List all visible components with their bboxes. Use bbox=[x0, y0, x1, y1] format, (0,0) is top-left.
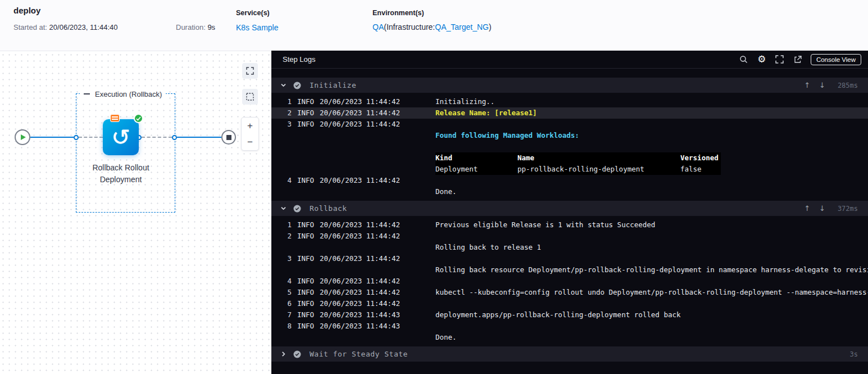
log-message bbox=[435, 298, 868, 309]
log-level: INFO bbox=[294, 309, 320, 321]
section-duration: 3s bbox=[834, 350, 858, 358]
line-number: 3 bbox=[271, 119, 294, 130]
log-level: INFO bbox=[294, 298, 320, 309]
log-level: INFO bbox=[294, 175, 320, 186]
log-timestamp: 20/06/2023 11:44:42 bbox=[320, 219, 435, 231]
log-message bbox=[435, 321, 868, 332]
service-link[interactable]: K8s Sample bbox=[236, 23, 278, 32]
console-view-button[interactable]: Console View bbox=[811, 54, 861, 65]
connector-line bbox=[30, 137, 74, 138]
status-success-icon bbox=[293, 82, 301, 89]
log-level: INFO bbox=[294, 287, 320, 298]
zoom-in-button[interactable]: + bbox=[242, 118, 258, 134]
log-message: KindNameVersioned bbox=[435, 152, 868, 164]
log-message bbox=[435, 119, 868, 130]
log-level: INFO bbox=[294, 321, 320, 332]
canvas-select-button[interactable] bbox=[242, 89, 258, 105]
line-number bbox=[271, 242, 294, 253]
log-level: INFO bbox=[294, 231, 320, 242]
connector-line bbox=[177, 137, 221, 138]
pipeline-end-node[interactable] bbox=[221, 130, 236, 145]
log-timestamp bbox=[320, 242, 435, 253]
collapse-minus-icon[interactable] bbox=[84, 93, 90, 94]
line-number bbox=[271, 152, 294, 164]
connector-port bbox=[74, 135, 79, 140]
section-header-initialize[interactable]: Initialize↑↓285ms bbox=[271, 78, 868, 93]
line-number: 8 bbox=[271, 321, 294, 332]
log-message bbox=[435, 175, 868, 186]
rollback-step-node[interactable]: ↺ bbox=[103, 119, 139, 155]
open-in-new-icon[interactable] bbox=[792, 53, 804, 66]
chevron-right-icon[interactable] bbox=[280, 351, 287, 357]
scroll-to-top-icon[interactable]: ↑ bbox=[804, 205, 810, 212]
log-section-wait-for-steady-state: Wait for Steady State3s bbox=[271, 346, 868, 362]
workload-table-cell: Kind bbox=[435, 152, 517, 164]
log-message bbox=[435, 141, 868, 152]
scroll-to-bottom-icon[interactable]: ↓ bbox=[819, 82, 825, 89]
scroll-to-top-icon[interactable]: ↑ bbox=[804, 82, 810, 89]
execution-summary: deploy Started at: 20/06/2023, 11:44:40 … bbox=[13, 6, 236, 51]
log-row: 3INFO20/06/2023 11:44:42 bbox=[271, 253, 868, 264]
section-header-wait-for-steady-state[interactable]: Wait for Steady State3s bbox=[271, 346, 868, 362]
log-message: Found following Managed Workloads: bbox=[435, 130, 868, 141]
status-success-icon bbox=[293, 205, 301, 213]
infrastructure-suffix: ) bbox=[489, 22, 492, 31]
line-number bbox=[271, 264, 294, 276]
chevron-down-icon[interactable] bbox=[280, 82, 287, 88]
log-level: INFO bbox=[294, 253, 320, 264]
line-number: 1 bbox=[271, 96, 294, 107]
log-level bbox=[294, 186, 320, 197]
gear-icon[interactable]: ⚙ bbox=[756, 53, 768, 66]
log-level: INFO bbox=[294, 119, 320, 130]
pipeline-canvas[interactable]: Execution (Rollback) ↺ Rollback Rollout … bbox=[0, 52, 271, 374]
log-timestamp: 20/06/2023 11:44:42 bbox=[320, 298, 435, 309]
execution-header: deploy Started at: 20/06/2023, 11:44:40 … bbox=[0, 0, 868, 51]
line-number: 5 bbox=[271, 287, 294, 298]
chevron-down-icon[interactable] bbox=[280, 205, 287, 211]
section-title: Initialize bbox=[310, 81, 356, 89]
pipeline-start-node[interactable] bbox=[15, 129, 30, 145]
log-row: 2INFO20/06/2023 11:44:42 bbox=[271, 231, 868, 242]
line-number: 4 bbox=[271, 175, 294, 186]
log-row bbox=[271, 141, 868, 152]
duration: Duration: 9s bbox=[176, 23, 215, 31]
log-message: Done. bbox=[435, 186, 868, 197]
section-title: Rollback bbox=[310, 204, 347, 213]
play-icon bbox=[21, 134, 26, 140]
workload-table-cell: Name bbox=[517, 152, 680, 164]
log-row: 4INFO20/06/2023 11:44:42 bbox=[271, 276, 868, 287]
pipeline-title: deploy bbox=[13, 6, 236, 15]
log-message: Previous eligible Release is 1 with stat… bbox=[435, 219, 868, 231]
log-message bbox=[435, 231, 868, 242]
log-message: Initializing.. bbox=[435, 96, 868, 107]
environment-link[interactable]: QA bbox=[372, 22, 384, 31]
search-icon[interactable] bbox=[738, 53, 750, 66]
connector-port bbox=[172, 135, 177, 140]
stop-icon bbox=[226, 135, 231, 140]
infrastructure-link[interactable]: QA_Target_NG bbox=[435, 22, 489, 31]
execution-group-toggle[interactable]: Execution (Rollback) bbox=[80, 88, 166, 100]
expand-icon bbox=[246, 67, 254, 75]
log-level bbox=[294, 152, 320, 164]
fullscreen-icon[interactable] bbox=[774, 53, 786, 66]
canvas-fullscreen-button[interactable] bbox=[242, 63, 258, 79]
connector-line-dashed bbox=[142, 137, 172, 138]
log-level bbox=[294, 141, 320, 152]
log-row: 1INFO20/06/2023 11:44:42Previous eligibl… bbox=[271, 219, 868, 231]
log-row: Found following Managed Workloads: bbox=[271, 130, 868, 141]
line-number: 2 bbox=[271, 231, 294, 242]
scroll-to-bottom-icon[interactable]: ↓ bbox=[819, 205, 825, 212]
log-timestamp bbox=[320, 130, 435, 141]
line-number: 7 bbox=[271, 309, 294, 321]
log-row: 8INFO20/06/2023 11:44:43 bbox=[271, 321, 868, 332]
section-header-rollback[interactable]: Rollback↑↓372ms bbox=[271, 201, 868, 216]
line-number: 2 bbox=[271, 107, 294, 119]
log-row: Done. bbox=[271, 332, 868, 343]
log-timestamp: 20/06/2023 11:44:42 bbox=[320, 231, 435, 242]
log-row: 3INFO20/06/2023 11:44:42 bbox=[271, 119, 868, 130]
log-message: kubectl --kubeconfig=config rollout undo… bbox=[435, 287, 868, 298]
execution-group-label: Execution (Rollback) bbox=[95, 90, 162, 98]
services-column: Service(s) K8s Sample bbox=[236, 6, 372, 51]
log-sections[interactable]: Initialize↑↓285ms1INFO20/06/2023 11:44:4… bbox=[271, 69, 868, 374]
zoom-out-button[interactable]: − bbox=[242, 134, 258, 150]
